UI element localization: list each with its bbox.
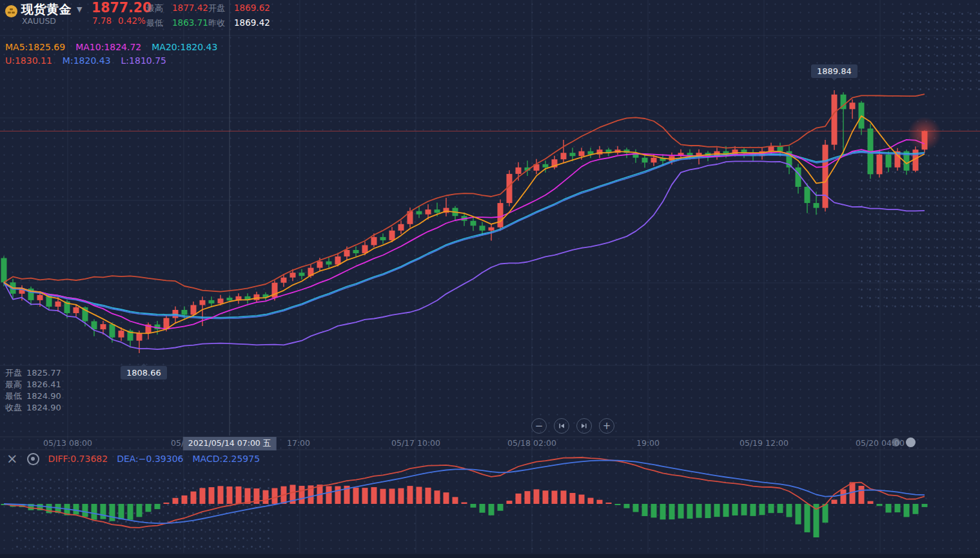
chart-nav-controls: − + [531, 418, 614, 434]
hover-ohlc-tooltip: 开盘1825.77最高1826.41最低1824.90收盘1824.90 [5, 367, 61, 414]
skip-start-icon [558, 422, 565, 430]
time-axis-label: 05/17 10:00 [391, 438, 440, 448]
tooltip-row: 收盘1824.90 [5, 402, 61, 414]
tooltip-value: 1826.41 [26, 379, 61, 390]
stat-value: 1869.62 [234, 3, 270, 14]
ma-legend-item: MA10:1824.72 [75, 42, 141, 52]
stat-value: 1863.71 [172, 17, 208, 29]
low-price-tag: 1808.66 [121, 366, 167, 380]
skip-end-button[interactable] [576, 418, 592, 434]
stat-item: 昨收1869.42 [208, 17, 270, 29]
stat-item: 最高1877.42 [146, 3, 208, 14]
bollinger-legend-item: M:1820.43 [63, 55, 111, 66]
stat-item: 最低1863.71 [146, 17, 208, 29]
tooltip-label: 最低 [5, 390, 22, 402]
high-price-tag: 1889.84 [811, 64, 858, 78]
tooltip-label: 开盘 [5, 367, 22, 379]
skip-start-button[interactable] [554, 418, 569, 434]
symbol-code: XAUUSD [22, 16, 56, 26]
macd-macd-value: MACD:2.25975 [192, 454, 260, 464]
stat-label: 最高 [146, 3, 171, 14]
time-axis-label: 05/13 08:00 [43, 438, 92, 448]
tooltip-value: 1824.90 [26, 390, 61, 402]
gold-bars-icon [5, 5, 17, 17]
crosshair-time-badge: 2021/05/14 07:00 五 [183, 437, 277, 450]
tooltip-value: 1825.77 [26, 367, 61, 379]
macd-dea-value: DEA:−0.39306 [117, 454, 183, 464]
time-axis-label: 05/19 12:00 [740, 438, 789, 448]
tooltip-value: 1824.90 [26, 402, 61, 414]
tooltip-label: 最高 [5, 379, 22, 390]
stat-label: 最低 [146, 17, 171, 29]
bollinger-legend-item: U:1830.11 [5, 55, 52, 66]
stat-label: 昨收 [208, 17, 233, 29]
bollinger-legend-item: L:1810.75 [121, 55, 166, 66]
tooltip-row: 最低1824.90 [5, 390, 61, 402]
bollinger-legend: U:1830.11M:1820.43L:1810.75 [5, 55, 166, 66]
stat-label: 开盘 [208, 3, 233, 14]
tooltip-row: 开盘1825.77 [5, 367, 61, 379]
price-change: 7.78 [92, 15, 112, 26]
bottom-scroll-strip[interactable] [0, 554, 980, 558]
ma-legend-item: MA5:1825.69 [5, 42, 65, 52]
macd-diff-value: DIFF:0.73682 [48, 454, 108, 464]
macd-panel-header: × DIFF:0.73682 DEA:−0.39306 MACD:2.25975 [6, 452, 260, 465]
stat-item: 开盘1869.62 [208, 3, 270, 14]
map-dot [892, 438, 900, 447]
close-icon[interactable]: × [6, 452, 18, 465]
time-axis-label: 19:00 [636, 438, 660, 448]
stat-value: 1869.42 [234, 17, 270, 29]
ma-legend: MA5:1825.69MA10:1824.72MA20:1820.43 [5, 42, 217, 52]
stat-value: 1877.42 [172, 3, 208, 14]
tooltip-label: 收盘 [5, 402, 22, 414]
time-axis-label: 17:00 [287, 438, 310, 448]
caret-down-icon[interactable]: ▼ [77, 5, 82, 14]
skip-end-icon [580, 422, 588, 430]
settings-icon[interactable] [27, 453, 39, 465]
time-axis-label: 05/18 02:00 [507, 438, 556, 448]
minus-icon: − [535, 420, 544, 432]
zoom-out-button[interactable]: − [531, 418, 547, 434]
tooltip-row: 最高1826.41 [5, 379, 61, 390]
ma-legend-item: MA20:1820.43 [152, 42, 217, 52]
zoom-in-button[interactable]: + [599, 418, 614, 434]
last-price: 1877.20 [92, 0, 152, 15]
map-dot [906, 438, 916, 447]
price-change-pct: 0.42% [118, 15, 146, 26]
plus-icon: + [603, 420, 611, 432]
session-stats: 最高1877.42开盘1869.62最低1863.71昨收1869.42 [146, 3, 270, 29]
